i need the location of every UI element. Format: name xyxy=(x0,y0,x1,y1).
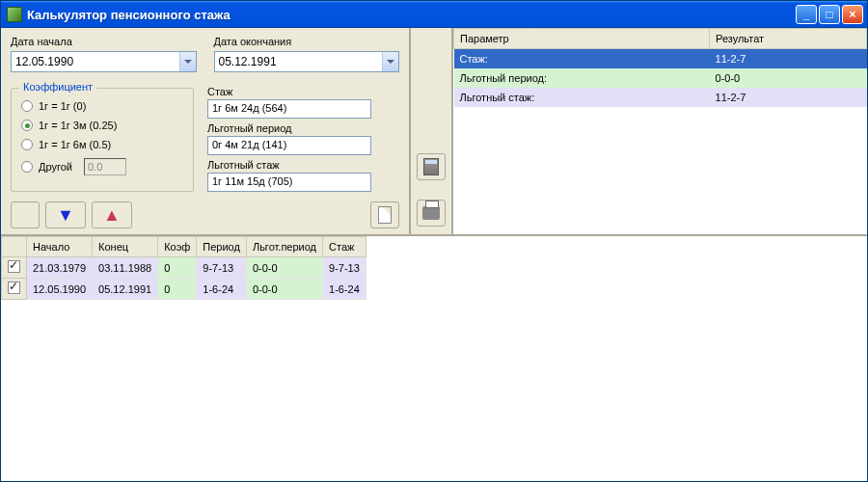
cell-end: 05.12.1991 xyxy=(93,279,158,300)
coef-option-1[interactable]: 1г = 1г 3м (0.25) xyxy=(21,120,183,131)
col-param: Параметр xyxy=(454,29,710,49)
col-start: Начало xyxy=(27,237,93,257)
start-date-value: 12.05.1990 xyxy=(15,55,179,68)
cell-stazh: 9-7-13 xyxy=(323,257,366,279)
coef-option-0[interactable]: 1г = 1г (0) xyxy=(21,100,183,112)
window-title: Калькулятор пенсионного стажа xyxy=(27,8,796,22)
radio-icon xyxy=(21,100,33,112)
coef-option-2[interactable]: 1г = 1г 6м (0.5) xyxy=(21,139,183,150)
summary-result: 11-2-7 xyxy=(710,88,867,107)
move-up-button[interactable]: ▲ xyxy=(92,201,132,228)
cell-stazh: 1-6-24 xyxy=(323,279,366,300)
cell-end: 03.11.1988 xyxy=(93,257,158,279)
col-period: Период xyxy=(197,237,247,257)
radio-icon xyxy=(21,139,33,150)
coef-option-label: 1г = 1г 3м (0.25) xyxy=(39,120,117,131)
start-date-label: Дата начала xyxy=(11,36,197,47)
check-icon xyxy=(8,260,20,273)
summary-result: 11-2-7 xyxy=(710,49,867,69)
col-coef: Коэф xyxy=(158,237,197,257)
cell-start: 12.05.1990 xyxy=(27,279,93,300)
client-area: Дата начала 12.05.1990 Дата окончания 05… xyxy=(1,28,867,481)
calculator-icon xyxy=(423,158,439,175)
coef-option-other[interactable]: Другой xyxy=(21,158,183,175)
summary-param: Льготный период: xyxy=(454,68,710,88)
printer-icon xyxy=(422,206,440,220)
date-row: Дата начала 12.05.1990 Дата окончания 05… xyxy=(11,36,399,72)
summary-result: 0-0-0 xyxy=(710,68,867,88)
toolbar: ▼ ▲ xyxy=(11,201,399,228)
summary-panel: Параметр Результат Стаж: 11-2-7 Льготный… xyxy=(453,28,867,234)
col-check xyxy=(2,237,27,257)
summary-header-row: Параметр Результат xyxy=(454,29,867,49)
end-date-value: 05.12.1991 xyxy=(219,55,383,68)
arrow-down-icon: ▼ xyxy=(57,205,74,226)
col-result: Результат xyxy=(710,29,867,49)
summary-param: Стаж: xyxy=(454,49,710,69)
close-button[interactable]: × xyxy=(842,5,863,24)
cell-start: 21.03.1979 xyxy=(27,257,93,279)
blank-button[interactable] xyxy=(11,201,40,228)
coef-option-label: 1г = 1г 6м (0.5) xyxy=(39,139,111,150)
stazh-value: 1г 6м 24д (564) xyxy=(207,99,371,119)
maximize-button[interactable]: □ xyxy=(819,5,840,24)
window-buttons: _ □ × xyxy=(796,5,863,24)
col-lgp: Льгот.период xyxy=(246,237,322,257)
records-grid: Начало Конец Коэф Период Льгот.период Ст… xyxy=(1,236,366,300)
coefficient-fieldset: Коэффициент 1г = 1г (0) 1г = 1г 3м (0.25… xyxy=(11,88,194,192)
check-icon xyxy=(8,281,20,294)
chevron-down-icon[interactable] xyxy=(382,52,398,71)
calculate-button[interactable] xyxy=(417,153,446,180)
mid-row: Коэффициент 1г = 1г (0) 1г = 1г 3м (0.25… xyxy=(11,82,399,192)
summary-table: Параметр Результат Стаж: 11-2-7 Льготный… xyxy=(453,28,867,107)
lgs-label: Льготный стаж xyxy=(207,159,399,171)
records-panel: Начало Конец Коэф Период Льгот.период Ст… xyxy=(1,236,867,481)
col-end: Конец xyxy=(93,237,158,257)
cell-period: 9-7-13 xyxy=(197,257,247,279)
end-date-group: Дата окончания 05.12.1991 xyxy=(214,36,400,72)
row-checkbox[interactable] xyxy=(2,279,27,300)
cell-lgp: 0-0-0 xyxy=(246,279,322,300)
coef-other-input[interactable] xyxy=(84,158,126,175)
upper-pane: Дата начала 12.05.1990 Дата окончания 05… xyxy=(1,28,867,236)
coef-option-label: Другой xyxy=(39,161,72,173)
app-window: Калькулятор пенсионного стажа _ □ × Дата… xyxy=(0,0,868,482)
lgp-label: Льготный период xyxy=(207,122,399,134)
end-date-label: Дата окончания xyxy=(214,36,400,47)
summary-row[interactable]: Льготный стаж: 11-2-7 xyxy=(454,88,867,107)
cell-period: 1-6-24 xyxy=(197,279,247,300)
coef-option-label: 1г = 1г (0) xyxy=(39,100,86,112)
computed-results: Стаж 1г 6м 24д (564) Льготный период 0г … xyxy=(207,82,399,192)
coefficient-radios: 1г = 1г (0) 1г = 1г 3м (0.25) 1г = 1г 6м… xyxy=(21,100,183,175)
grid-row[interactable]: 12.05.1990 05.12.1991 0 1-6-24 0-0-0 1-6… xyxy=(2,279,366,300)
lgs-value: 1г 11м 15д (705) xyxy=(207,173,371,192)
stazh-label: Стаж xyxy=(207,86,399,97)
move-down-button[interactable]: ▼ xyxy=(45,201,86,228)
lgp-value: 0г 4м 21д (141) xyxy=(207,136,371,155)
coefficient-legend: Коэффициент xyxy=(19,81,96,93)
radio-icon xyxy=(21,120,33,131)
cell-coef: 0 xyxy=(158,257,197,279)
row-checkbox[interactable] xyxy=(2,257,27,279)
cell-coef: 0 xyxy=(158,279,197,300)
arrow-up-icon: ▲ xyxy=(103,205,121,226)
print-button[interactable] xyxy=(417,200,446,227)
col-stazh: Стаж xyxy=(323,237,366,257)
new-doc-button[interactable] xyxy=(370,201,399,228)
input-panel: Дата начала 12.05.1990 Дата окончания 05… xyxy=(1,28,411,234)
document-icon xyxy=(378,206,392,224)
grid-row[interactable]: 21.03.1979 03.11.1988 0 9-7-13 0-0-0 9-7… xyxy=(2,257,366,279)
summary-param: Льготный стаж: xyxy=(454,88,710,107)
start-date-group: Дата начала 12.05.1990 xyxy=(11,36,197,72)
chevron-down-icon[interactable] xyxy=(179,52,196,71)
minimize-button[interactable]: _ xyxy=(796,5,817,24)
cell-lgp: 0-0-0 xyxy=(246,257,322,279)
summary-row[interactable]: Стаж: 11-2-7 xyxy=(454,49,867,69)
grid-header-row: Начало Конец Коэф Период Льгот.период Ст… xyxy=(2,237,366,257)
start-date-combo[interactable]: 12.05.1990 xyxy=(11,51,197,72)
app-icon xyxy=(7,7,22,22)
center-buttons xyxy=(411,28,453,234)
title-bar: Калькулятор пенсионного стажа _ □ × xyxy=(1,1,867,28)
end-date-combo[interactable]: 05.12.1991 xyxy=(214,51,400,72)
summary-row[interactable]: Льготный период: 0-0-0 xyxy=(454,68,867,88)
